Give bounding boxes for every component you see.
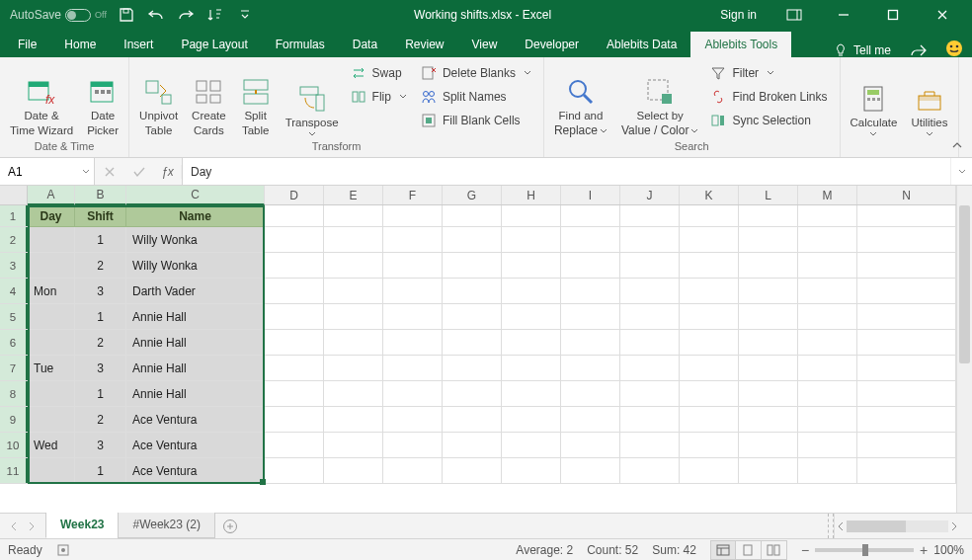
sheet-tab-active[interactable]: Week23 <box>45 513 119 538</box>
tab-page-layout[interactable]: Page Layout <box>167 32 261 57</box>
cell[interactable] <box>28 253 75 278</box>
col-header[interactable]: J <box>620 186 680 204</box>
fill-blank-cells-button[interactable]: Fill Blank Cells <box>419 110 537 131</box>
cell[interactable] <box>28 304 75 329</box>
name-box[interactable]: A1 <box>0 158 95 185</box>
row-header[interactable]: 7 <box>0 356 28 380</box>
calculate-button[interactable]: Calculate <box>847 60 902 139</box>
zoom-in-button[interactable]: + <box>920 542 928 558</box>
cell[interactable]: 1 <box>75 227 126 252</box>
horizontal-scrollbar[interactable] <box>834 514 972 538</box>
col-header[interactable]: M <box>798 186 857 204</box>
row-header[interactable]: 4 <box>0 279 28 303</box>
tab-ablebits-data[interactable]: Ablebits Data <box>593 32 690 57</box>
row-header[interactable]: 3 <box>0 253 28 278</box>
split-table-button[interactable]: SplitTable <box>236 60 276 139</box>
tab-formulas[interactable]: Formulas <box>262 32 339 57</box>
cell[interactable]: 1 <box>75 304 126 329</box>
cancel-formula-button[interactable] <box>95 166 124 178</box>
tab-ablebits-tools[interactable]: Ablebits Tools <box>690 32 791 57</box>
flip-button[interactable]: Flip <box>349 86 413 108</box>
macro-record-icon[interactable] <box>56 543 70 557</box>
feedback-button[interactable] <box>936 40 972 57</box>
qat-customize-icon[interactable] <box>235 5 255 25</box>
tab-review[interactable]: Review <box>391 32 457 57</box>
cell[interactable]: 2 <box>75 330 126 355</box>
cell[interactable]: Shift <box>75 205 126 227</box>
cell[interactable]: Annie Hall <box>126 330 265 355</box>
sheet-nav-prev[interactable] <box>10 521 18 531</box>
row-header[interactable]: 10 <box>0 433 28 457</box>
cell[interactable]: Mon <box>28 279 75 303</box>
tab-file[interactable]: File <box>4 32 50 57</box>
sort-qat-icon[interactable] <box>205 5 225 25</box>
cell[interactable]: 2 <box>75 407 126 432</box>
row-header[interactable]: 6 <box>0 330 28 355</box>
row-header[interactable]: 11 <box>0 458 28 483</box>
vertical-scrollbar[interactable] <box>956 186 972 513</box>
cell[interactable]: 2 <box>75 253 126 278</box>
sheet-tab[interactable]: #Week23 (2) <box>118 513 214 538</box>
cell[interactable]: Wed <box>28 433 75 457</box>
filter-button[interactable]: Filter <box>708 62 833 84</box>
cell[interactable] <box>28 458 75 483</box>
row-header[interactable]: 9 <box>0 407 28 432</box>
cell[interactable]: Day <box>28 205 75 227</box>
row-header[interactable]: 2 <box>0 227 28 252</box>
date-picker-button[interactable]: DatePicker <box>83 60 122 139</box>
view-page-break-button[interactable] <box>762 540 787 560</box>
col-header[interactable]: L <box>739 186 798 204</box>
cell[interactable]: Ace Ventura <box>126 407 265 432</box>
maximize-button[interactable] <box>871 0 915 30</box>
cell[interactable]: 3 <box>75 433 126 457</box>
cell[interactable]: Annie Hall <box>126 381 265 406</box>
minimize-button[interactable] <box>822 0 865 30</box>
formula-input[interactable]: Day <box>183 158 950 185</box>
share-button[interactable] <box>901 43 936 57</box>
row-header[interactable]: 5 <box>0 304 28 329</box>
row-header[interactable]: 8 <box>0 381 28 406</box>
zoom-out-button[interactable]: − <box>801 542 809 558</box>
row-header[interactable]: 1 <box>0 205 28 226</box>
cell[interactable] <box>28 227 75 252</box>
sign-in-button[interactable]: Sign in <box>710 8 767 22</box>
split-names-button[interactable]: Split Names <box>419 86 537 108</box>
col-header[interactable]: D <box>265 186 324 204</box>
col-header[interactable]: N <box>857 186 956 204</box>
cell[interactable]: Ace Ventura <box>126 433 265 457</box>
save-icon[interactable] <box>117 5 136 25</box>
cell[interactable] <box>28 407 75 432</box>
autosave-toggle[interactable]: AutoSave Off <box>10 8 107 22</box>
redo-icon[interactable] <box>176 5 196 25</box>
col-header[interactable]: B <box>75 186 126 205</box>
cell[interactable]: 1 <box>75 458 126 483</box>
col-header[interactable]: E <box>324 186 383 204</box>
worksheet-grid[interactable]: A B C D E F G H I J K L M N 1DayShiftNam… <box>0 186 956 513</box>
sheet-nav-next[interactable] <box>28 521 36 531</box>
zoom-level[interactable]: 100% <box>933 543 964 557</box>
tab-data[interactable]: Data <box>339 32 391 57</box>
col-header[interactable]: C <box>126 186 265 205</box>
expand-formula-bar-button[interactable] <box>950 158 972 185</box>
unpivot-table-button[interactable]: UnpivotTable <box>135 60 182 139</box>
cell[interactable]: Tue <box>28 356 75 380</box>
zoom-slider[interactable] <box>815 548 914 552</box>
tab-home[interactable]: Home <box>50 32 110 57</box>
cell[interactable] <box>28 381 75 406</box>
cell[interactable]: Willy Wonka <box>126 227 265 252</box>
view-normal-button[interactable] <box>710 540 736 560</box>
ribbon-display-options-icon[interactable] <box>772 3 816 27</box>
find-broken-links-button[interactable]: Find Broken Links <box>708 86 833 108</box>
collapse-ribbon-button[interactable] <box>948 137 966 153</box>
new-sheet-button[interactable] <box>215 514 245 538</box>
tell-me-search[interactable]: Tell me <box>824 43 901 57</box>
col-header[interactable]: I <box>561 186 620 204</box>
cell[interactable] <box>28 330 75 355</box>
view-page-layout-button[interactable] <box>736 540 762 560</box>
cell[interactable]: Annie Hall <box>126 304 265 329</box>
enter-formula-button[interactable] <box>124 166 154 178</box>
cell[interactable]: 1 <box>75 381 126 406</box>
delete-blanks-button[interactable]: Delete Blanks <box>419 62 537 84</box>
col-header[interactable]: K <box>680 186 739 204</box>
cell[interactable]: 3 <box>75 279 126 303</box>
